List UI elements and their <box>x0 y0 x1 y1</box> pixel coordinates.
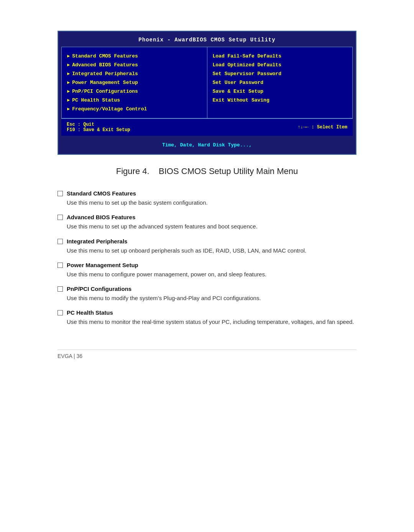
bios-left-menu-item[interactable]: ►Advanced BIOS Features <box>67 61 202 69</box>
arrow-icon: ► <box>67 98 70 103</box>
arrow-icon: ► <box>67 54 70 59</box>
page-footer-text: EVGA | 36 <box>58 353 82 359</box>
description-section: Standard CMOS FeaturesUse this menu to s… <box>58 190 356 327</box>
bios-footer-left: Esc : Quit F10 : Save & Exit Setup <box>67 122 130 133</box>
bios-screen: Phoenix - AwardBIOS CMOS Setup Utility ►… <box>58 31 356 155</box>
checkbox-icon <box>58 286 63 292</box>
desc-title: PnP/PCI Configurations <box>67 286 131 292</box>
desc-item: Standard CMOS FeaturesUse this menu to s… <box>58 190 356 207</box>
arrow-icon: ► <box>67 107 70 112</box>
bios-right-menu-item[interactable]: Set Supervisor Password <box>213 69 347 78</box>
bios-footer-right: ↑↓→← : Select Item <box>297 125 347 130</box>
arrow-icon: ► <box>67 89 70 94</box>
desc-item-header: Advanced BIOS Features <box>58 214 356 220</box>
figure-title: BIOS CMOS Setup Utility Main Menu <box>159 166 298 176</box>
arrow-icon: ► <box>67 80 70 85</box>
desc-title: Integrated Peripherals <box>67 238 127 245</box>
desc-item: PnP/PCI ConfigurationsUse this menu to m… <box>58 286 356 302</box>
desc-title: Standard CMOS Features <box>67 190 136 197</box>
bios-right-menu-item[interactable]: Load Fail-Safe Defaults <box>213 52 347 61</box>
checkbox-icon <box>58 215 63 220</box>
desc-body: Use this menu to set up onboard peripher… <box>67 246 356 255</box>
bios-left-menu-item[interactable]: ►PC Health Status <box>67 96 202 105</box>
desc-title: Advanced BIOS Features <box>67 214 135 220</box>
bios-title: Phoenix - AwardBIOS CMOS Setup Utility <box>61 34 353 47</box>
bios-main-area: ►Standard CMOS Features►Advanced BIOS Fe… <box>61 47 353 118</box>
desc-title: Power Management Setup <box>67 262 138 268</box>
desc-body: Use this menu to configure power managem… <box>67 270 356 279</box>
bios-footer: Esc : Quit F10 : Save & Exit Setup ↑↓→← … <box>61 118 353 136</box>
bios-left-menu-item[interactable]: ►PnP/PCI Configurations <box>67 87 202 96</box>
bios-left-menu-item[interactable]: ►Power Management Setup <box>67 78 202 87</box>
desc-item: PC Health StatusUse this menu to monitor… <box>58 309 356 326</box>
desc-item-header: Power Management Setup <box>58 262 356 268</box>
arrow-icon: ► <box>67 71 70 77</box>
bios-left-menu-item[interactable]: ►Frequency/Voltage Control <box>67 105 202 113</box>
bios-right-menu-item[interactable]: Set User Password <box>213 78 347 87</box>
desc-item: Advanced BIOS FeaturesUse this menu to s… <box>58 214 356 231</box>
desc-item-header: PnP/PCI Configurations <box>58 286 356 292</box>
checkbox-icon <box>58 263 63 268</box>
page-footer: EVGA | 36 <box>58 350 356 359</box>
desc-item: Power Management SetupUse this menu to c… <box>58 262 356 279</box>
bios-left-menu-item[interactable]: ►Integrated Peripherals <box>67 69 202 78</box>
bios-right-menu-item[interactable]: Save & Exit Setup <box>213 87 347 96</box>
bios-status-text: Time, Date, Hard Disk Type..., <box>162 142 252 148</box>
bios-status-bar: Time, Date, Hard Disk Type..., <box>61 136 353 151</box>
desc-item-header: Standard CMOS Features <box>58 190 356 197</box>
desc-title: PC Health Status <box>67 309 113 316</box>
desc-body: Use this menu to modify the system’s Plu… <box>67 294 356 302</box>
bios-left-menu-item[interactable]: ►Standard CMOS Features <box>67 52 202 61</box>
bios-right-menu-item[interactable]: Load Optimized Defaults <box>213 61 347 69</box>
desc-body: Use this menu to monitor the real-time s… <box>67 317 356 326</box>
arrow-icon: ► <box>67 62 70 68</box>
figure-caption: Figure 4. BIOS CMOS Setup Utility Main M… <box>58 166 356 176</box>
figure-number: Figure 4. <box>116 166 150 176</box>
desc-item-header: Integrated Peripherals <box>58 238 356 245</box>
checkbox-icon <box>58 239 63 244</box>
bios-left-menu: ►Standard CMOS Features►Advanced BIOS Fe… <box>62 47 207 118</box>
checkbox-icon <box>58 191 63 196</box>
bios-right-menu: Load Fail-Safe DefaultsLoad Optimized De… <box>207 47 353 118</box>
bios-right-menu-item[interactable]: Exit Without Saving <box>213 96 347 105</box>
checkbox-icon <box>58 310 63 315</box>
desc-item: Integrated PeripheralsUse this menu to s… <box>58 238 356 255</box>
desc-item-header: PC Health Status <box>58 309 356 316</box>
desc-body: Use this menu to set up the basic system… <box>67 198 356 207</box>
desc-body: Use this menu to set up the advanced sys… <box>67 222 356 231</box>
